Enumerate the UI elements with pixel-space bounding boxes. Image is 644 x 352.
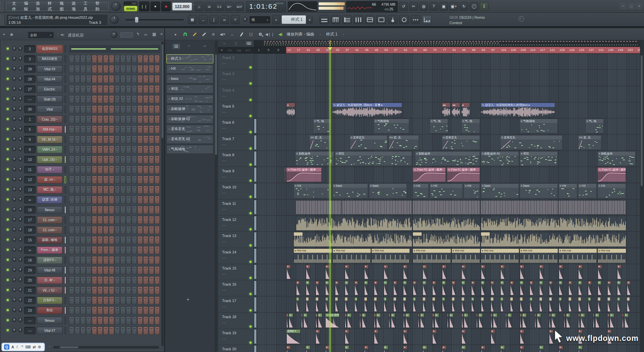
track-options[interactable]: ••• (222, 224, 226, 227)
step-cell[interactable] (98, 266, 103, 274)
step-cell[interactable] (120, 286, 125, 294)
step-cell[interactable] (115, 166, 120, 174)
step-cell[interactable] (155, 306, 160, 314)
step-cell[interactable] (75, 216, 80, 224)
track-trigger-strip[interactable] (254, 330, 256, 344)
step-cell[interactable] (109, 176, 114, 184)
track-lane[interactable] (254, 264, 640, 280)
timeline-ruler[interactable]: 1591317212529333741454953576165697377818… (254, 47, 640, 54)
channel-number[interactable]: 27 (24, 85, 36, 93)
step-cell[interactable] (92, 125, 97, 133)
step-cell[interactable] (115, 196, 120, 204)
piano-roll-window-icon[interactable] (331, 15, 340, 24)
step-cell[interactable] (103, 266, 108, 274)
step-cell[interactable] (75, 306, 80, 314)
track-options[interactable]: ••• (222, 127, 226, 129)
step-cell[interactable] (80, 206, 86, 214)
picker-tab-audio[interactable]: ≈ (188, 44, 190, 48)
step-cell[interactable] (126, 75, 131, 83)
track-header[interactable]: Track 8••• (218, 151, 254, 167)
step-cell[interactable] (126, 236, 131, 244)
step-cell[interactable] (115, 55, 120, 63)
step-cell[interactable] (143, 246, 148, 254)
channel-pan-knob[interactable] (12, 157, 16, 161)
step-cell[interactable] (120, 166, 125, 174)
track-lane[interactable] (254, 151, 640, 167)
channel-select-strip[interactable] (64, 226, 66, 234)
channel-volume-knob[interactable] (18, 298, 22, 302)
step-cell[interactable] (75, 186, 80, 194)
channel-select-strip[interactable] (64, 287, 66, 294)
channel-volume-knob[interactable] (18, 66, 22, 71)
step-cell[interactable] (132, 256, 137, 264)
channel-select-strip[interactable] (64, 297, 66, 304)
menu-item-5[interactable]: 选项 (69, 1, 82, 12)
step-cell[interactable] (75, 115, 80, 123)
step-cell[interactable] (155, 276, 160, 284)
step-cell[interactable] (155, 135, 160, 143)
step-cell[interactable] (143, 75, 148, 83)
track-trigger-strip[interactable] (254, 232, 256, 246)
channel-number[interactable]: 29 (24, 267, 36, 274)
step-cell[interactable] (126, 156, 131, 164)
step-cell[interactable] (138, 65, 143, 73)
step-cell[interactable] (92, 206, 97, 214)
step-cell[interactable] (103, 327, 108, 335)
track-header[interactable]: Track 19••• (218, 329, 254, 345)
step-cell[interactable] (98, 327, 103, 335)
ime-mode-icon[interactable]: A (11, 345, 14, 349)
track-trigger-strip[interactable] (254, 265, 256, 279)
channel-volume-knob[interactable] (18, 117, 22, 121)
ime-settings-icon[interactable]: ⚙ (38, 345, 41, 349)
track-name[interactable]: Track 11 (222, 201, 236, 206)
pattern-list-item[interactable]: ≡ 若有若无 (166, 125, 213, 134)
step-cell[interactable] (103, 85, 108, 93)
channel-pan-knob[interactable] (12, 66, 16, 71)
channel-button[interactable]: 13..com ≈ (37, 226, 62, 234)
track-name[interactable]: Track 5 (222, 104, 234, 108)
step-cell[interactable] (92, 186, 97, 194)
track-header[interactable]: Track 6••• (218, 118, 254, 134)
step-cell[interactable] (103, 166, 108, 174)
step-cell[interactable] (92, 166, 97, 174)
channel-volume-knob[interactable] (18, 147, 22, 151)
undo-icon[interactable]: ↺ (399, 2, 408, 11)
channel-pan-knob[interactable] (12, 127, 16, 131)
step-cell[interactable] (109, 75, 114, 83)
step-cell[interactable] (126, 327, 131, 335)
track-trigger-strip[interactable] (254, 184, 256, 198)
step-cell[interactable] (115, 75, 120, 83)
step-cell[interactable] (126, 65, 131, 73)
track-trigger-strip[interactable] (254, 216, 256, 230)
channel-pan-knob[interactable] (12, 247, 16, 252)
step-cell[interactable] (92, 226, 97, 234)
step-cell[interactable] (132, 226, 137, 234)
channel-button[interactable]: Vital #3 (37, 65, 62, 73)
channel-button[interactable]: 自..材 ≈ (37, 277, 62, 284)
step-cell[interactable] (98, 176, 103, 184)
step-cell[interactable] (98, 196, 103, 204)
channel-select-strip[interactable] (64, 196, 66, 203)
channel-pan-knob[interactable] (12, 86, 16, 91)
step-cell[interactable] (109, 115, 114, 123)
rack-swing-knob[interactable] (111, 32, 117, 38)
step-cell[interactable] (126, 316, 131, 325)
step-cell[interactable] (69, 85, 74, 93)
channel-select-strip[interactable] (64, 116, 66, 123)
track-name[interactable]: Track 15 (222, 266, 236, 270)
step-cell[interactable] (75, 156, 80, 164)
step-cell[interactable] (126, 105, 131, 113)
step-cell[interactable] (138, 206, 143, 214)
channel-enable-led[interactable] (7, 319, 9, 321)
step-cell[interactable] (69, 246, 74, 254)
step-cell[interactable] (115, 296, 120, 304)
channel-enable-led[interactable] (7, 239, 9, 241)
track-name[interactable]: Track 18 (222, 315, 236, 319)
channel-button[interactable]: 和弦 (37, 307, 62, 314)
picker-scrollbar[interactable] (215, 41, 217, 351)
track-header[interactable]: Track 9••• (218, 167, 254, 183)
channel-enable-led[interactable] (7, 158, 9, 160)
step-cell[interactable] (86, 206, 91, 214)
track-header[interactable]: Track 18••• (218, 313, 254, 329)
step-cell[interactable] (98, 55, 103, 63)
